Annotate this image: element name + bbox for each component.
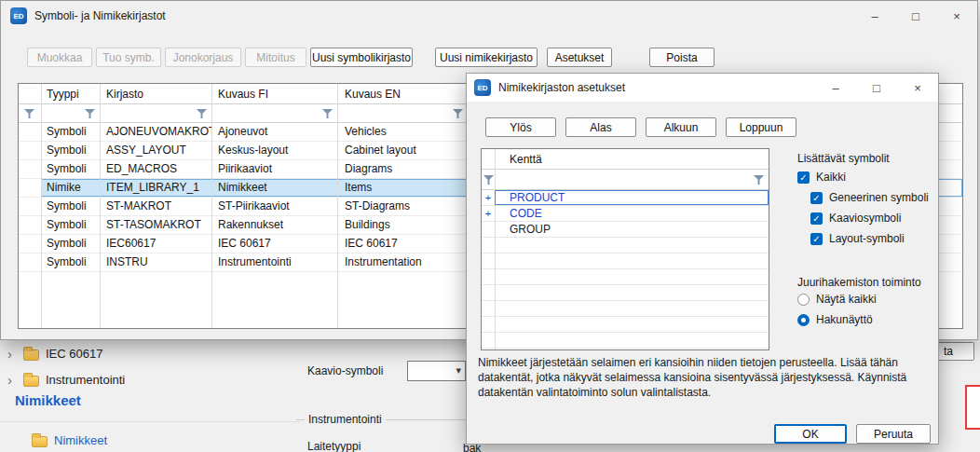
table-cell[interactable]: Symboli bbox=[41, 253, 100, 271]
table-cell[interactable]: Rakennukset bbox=[211, 216, 337, 234]
field-column-header[interactable]: Kenttä bbox=[482, 149, 769, 170]
checkbox-option[interactable]: ✓Layout-symboli bbox=[810, 228, 937, 249]
filter-icon[interactable] bbox=[754, 175, 764, 185]
toolbar-button[interactable]: Uusi nimikekirjasto bbox=[435, 48, 538, 67]
table-cell[interactable]: Instrumentointi bbox=[211, 253, 337, 271]
filter-icon[interactable] bbox=[24, 109, 34, 118]
table-cell[interactable]: Piirikaaviot bbox=[211, 160, 337, 178]
row-gutter[interactable] bbox=[19, 253, 41, 271]
move-button[interactable]: Ylös bbox=[485, 117, 556, 137]
table-cell[interactable]: Nimikkeet bbox=[211, 179, 337, 197]
table-cell[interactable]: AJONEUVOMAKROT bbox=[100, 123, 211, 141]
chevron-right-icon[interactable]: › bbox=[7, 346, 17, 362]
table-cell[interactable]: ST-Piirikaaviot bbox=[211, 198, 337, 215]
dialog-titlebar[interactable]: ED Nimikekirjaston asetukset – □ × bbox=[467, 74, 938, 102]
move-button[interactable]: Alas bbox=[565, 117, 636, 137]
cancel-button[interactable]: Peruuta bbox=[856, 424, 931, 444]
row-gutter[interactable] bbox=[19, 142, 41, 159]
table-cell[interactable]: IEC 60617 bbox=[337, 235, 468, 253]
radio-option[interactable]: Näytä kaikki bbox=[797, 289, 937, 309]
tree-item-iec60617[interactable]: › IEC 60617 bbox=[7, 344, 102, 363]
field-row[interactable]: +PRODUCT bbox=[482, 190, 769, 206]
field-name-cell[interactable]: GROUP bbox=[495, 222, 769, 237]
table-cell[interactable]: ST-Diagrams bbox=[337, 198, 468, 215]
table-cell[interactable]: IEC60617 bbox=[100, 235, 211, 253]
move-button[interactable]: Loppuun bbox=[726, 117, 796, 137]
row-gutter[interactable] bbox=[19, 235, 41, 253]
tree-item-instrumentointi[interactable]: › Instrumentointi bbox=[7, 370, 125, 389]
radio-option[interactable]: Hakunäyttö bbox=[797, 309, 937, 330]
checkbox-option[interactable]: ✓Kaaviosymboli bbox=[810, 208, 937, 228]
column-header[interactable]: Tyyppi bbox=[47, 84, 79, 104]
dialog-close-button[interactable]: × bbox=[897, 74, 938, 102]
table-cell[interactable]: ST-TASOMAKROT bbox=[100, 216, 211, 234]
table-cell[interactable]: ITEM_LIBRARY_1 bbox=[100, 179, 211, 197]
table-cell[interactable]: Symboli bbox=[41, 235, 100, 253]
checkbox-option[interactable]: ✓Kaikki bbox=[797, 167, 937, 187]
toolbar-button[interactable]: Poista bbox=[649, 48, 715, 67]
table-cell[interactable]: ST-MAKROT bbox=[100, 198, 211, 215]
kaavio-symboli-combobox[interactable]: ▾ bbox=[407, 361, 466, 381]
column-header[interactable]: Kuvaus EN bbox=[345, 84, 401, 104]
row-gutter[interactable] bbox=[19, 179, 41, 197]
toolbar-button[interactable]: Jonokorjaus bbox=[165, 48, 241, 67]
move-button[interactable]: Alkuun bbox=[646, 117, 716, 137]
table-cell[interactable]: Ajoneuvot bbox=[211, 123, 337, 141]
table-cell[interactable]: Buildings bbox=[337, 216, 468, 234]
toolbar-button[interactable]: Tuo symb. bbox=[96, 48, 161, 67]
table-cell[interactable]: Symboli bbox=[41, 198, 100, 215]
toolbar-button[interactable]: Muokkaa bbox=[27, 48, 92, 67]
checkbox-icon[interactable]: ✓ bbox=[797, 171, 810, 184]
table-cell[interactable]: Instrumentation bbox=[337, 253, 468, 271]
expand-icon[interactable]: + bbox=[482, 206, 495, 221]
filter-icon[interactable] bbox=[197, 109, 207, 118]
field-name-cell[interactable]: PRODUCT bbox=[495, 190, 769, 205]
expand-icon[interactable]: + bbox=[482, 190, 495, 205]
minimize-button[interactable]: – bbox=[854, 1, 895, 31]
field-row[interactable]: +CODE bbox=[482, 206, 769, 222]
toolbar-button[interactable]: Uusi symbolikirjasto bbox=[310, 48, 413, 67]
main-titlebar[interactable]: ED Symboli- ja Nimikekirjastot – □ × bbox=[1, 1, 977, 31]
chevron-right-icon[interactable]: › bbox=[7, 372, 17, 388]
dialog-minimize-button[interactable]: – bbox=[815, 74, 856, 102]
dialog-maximize-button[interactable]: □ bbox=[856, 74, 897, 102]
table-cell[interactable]: Cabinet layout bbox=[337, 142, 468, 159]
column-header[interactable]: Kuvaus FI bbox=[218, 84, 268, 104]
toolbar-button[interactable]: Mitoitus bbox=[245, 48, 306, 67]
expand-icon[interactable] bbox=[482, 222, 495, 237]
row-gutter[interactable] bbox=[19, 216, 41, 234]
filter-icon[interactable] bbox=[322, 109, 333, 118]
table-cell[interactable]: Items bbox=[337, 179, 468, 197]
filter-icon[interactable] bbox=[453, 109, 463, 118]
table-cell[interactable]: Nimike bbox=[41, 179, 100, 197]
radio-icon[interactable] bbox=[797, 314, 810, 326]
row-gutter[interactable] bbox=[19, 198, 41, 215]
table-cell[interactable]: Symboli bbox=[41, 160, 100, 178]
table-cell[interactable]: Vehicles bbox=[337, 123, 468, 141]
table-cell[interactable]: Symboli bbox=[41, 123, 100, 141]
row-gutter[interactable] bbox=[19, 160, 41, 178]
checkbox-icon[interactable]: ✓ bbox=[810, 233, 823, 245]
ok-button[interactable]: OK bbox=[774, 424, 847, 444]
filter-icon[interactable] bbox=[483, 175, 494, 185]
field-row[interactable]: GROUP bbox=[482, 222, 769, 238]
radio-icon[interactable] bbox=[797, 294, 810, 306]
filter-icon[interactable] bbox=[85, 109, 95, 118]
checkbox-icon[interactable]: ✓ bbox=[810, 192, 823, 204]
close-button[interactable]: × bbox=[936, 1, 977, 31]
row-gutter[interactable] bbox=[19, 123, 41, 141]
field-name-cell[interactable]: CODE bbox=[495, 206, 769, 221]
table-cell[interactable]: Diagrams bbox=[337, 160, 468, 178]
table-cell[interactable]: INSTRU bbox=[100, 253, 211, 271]
table-cell[interactable]: Symboli bbox=[41, 142, 100, 159]
checkbox-icon[interactable]: ✓ bbox=[810, 212, 823, 225]
table-cell[interactable]: ED_MACROS bbox=[100, 160, 211, 178]
toolbar-button[interactable]: Asetukset bbox=[547, 48, 612, 67]
column-header[interactable]: Kirjasto bbox=[106, 84, 143, 104]
field-filter-row[interactable] bbox=[482, 170, 769, 190]
table-cell[interactable]: Symboli bbox=[41, 216, 100, 234]
table-cell[interactable]: Keskus-layout bbox=[211, 142, 337, 159]
maximize-button[interactable]: □ bbox=[895, 1, 936, 31]
checkbox-option[interactable]: ✓Geneerinen symboli bbox=[810, 187, 937, 208]
tree-item-nimikkeet[interactable]: Nimikkeet bbox=[32, 431, 107, 449]
